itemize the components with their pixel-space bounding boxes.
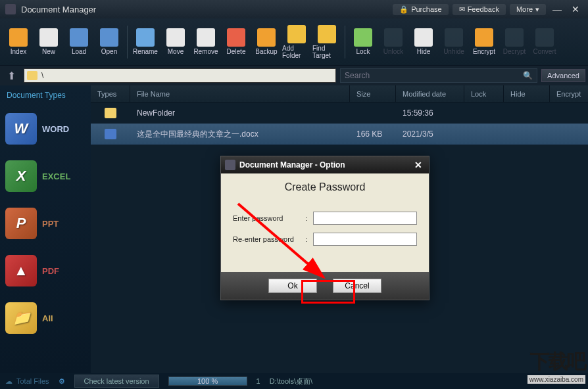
toolbar-find-target[interactable]: Find Target [312, 25, 341, 59]
close-button[interactable]: ✕ [568, 4, 583, 14]
ppt-icon: P [5, 208, 37, 239]
column-headers: Types File Name Size Modified date Lock … [91, 85, 588, 103]
toolbar-new[interactable]: New [34, 28, 63, 55]
col-filename[interactable]: File Name [130, 85, 350, 102]
status-path: D:\tools\桌面\ [270, 377, 312, 386]
toolbar-lock[interactable]: Lock [349, 28, 378, 55]
settings-icon[interactable]: ⚙ [59, 377, 65, 386]
feedback-button[interactable]: ✉Feedback [453, 4, 506, 15]
doc-icon [105, 129, 116, 139]
dialog-heading: Create Password [233, 181, 417, 193]
enter-password-input[interactable] [313, 212, 417, 225]
col-hide[interactable]: Hide [504, 85, 550, 102]
pdf-icon: ▲ [5, 255, 37, 286]
dialog-title: Document Manager - Option [239, 160, 345, 170]
toolbar-index[interactable]: Index [4, 28, 33, 55]
app-icon [5, 4, 16, 14]
all-icon: 📁 [5, 302, 37, 334]
toolbar-unlock: Unlock [379, 28, 408, 55]
sidebar: Document Types WWORDXEXCELPPPT▲PDF📁All [0, 85, 91, 373]
up-folder-button[interactable]: ⬆ [3, 68, 20, 83]
ok-button[interactable]: Ok [268, 279, 317, 293]
toolbar-hide[interactable]: Hide [409, 28, 438, 55]
col-encrypt[interactable]: Encrypt [550, 85, 588, 102]
main-toolbar: IndexNewLoadOpenRenameMoveRemoveDeleteBa… [0, 18, 588, 66]
toolbar-open[interactable]: Open [95, 28, 124, 55]
dialog-icon [225, 160, 235, 170]
toolbar-add-folder[interactable]: Add Folder [282, 25, 311, 59]
excel-icon: X [5, 160, 37, 192]
search-input[interactable]: Search 🔍 [340, 68, 537, 83]
toolbar-encrypt[interactable]: Encrypt [470, 28, 499, 55]
advanced-button[interactable]: Advanced [541, 69, 585, 82]
toolbar-remove[interactable]: Remove [191, 28, 220, 55]
toolbar-decrypt: Decrypt [500, 28, 529, 55]
search-icon: 🔍 [523, 71, 533, 80]
file-row[interactable]: 这是全中国最经典的文章之一.docx166 KB2021/3/5 [91, 124, 588, 145]
word-icon: W [5, 113, 37, 145]
col-types[interactable]: Types [91, 85, 130, 102]
folder-icon [105, 108, 116, 118]
sidebar-title: Document Types [0, 85, 91, 105]
file-count: 1 [257, 377, 260, 385]
more-button[interactable]: More▾ [510, 4, 546, 15]
sidebar-item-all[interactable]: 📁All [0, 294, 91, 342]
toolbar-convert: Convert [530, 28, 559, 55]
col-lock[interactable]: Lock [464, 85, 504, 102]
total-files-label: ☁Total Files [5, 377, 49, 386]
search-placeholder: Search [345, 71, 370, 80]
toolbar-unhide: Unhide [439, 28, 468, 55]
toolbar-rename[interactable]: Rename [131, 28, 160, 55]
path-bar: ⬆ \ Search 🔍 Advanced [0, 66, 588, 85]
folder-icon [27, 71, 37, 80]
sidebar-item-word[interactable]: WWORD [0, 105, 91, 152]
create-password-dialog: Document Manager - Option ✕ Create Passw… [220, 156, 429, 300]
col-modified[interactable]: Modified date [396, 85, 464, 102]
path-input[interactable]: \ [24, 68, 336, 83]
progress-bar: 100 % [168, 377, 247, 386]
reenter-password-label: Re-enter password [233, 235, 305, 243]
title-bar: Document Manager 🔒Purchase ✉Feedback Mor… [0, 0, 588, 18]
file-row[interactable]: NewFolder15:59:36 [91, 103, 588, 124]
dialog-close-button[interactable]: ✕ [412, 160, 425, 170]
sidebar-item-ppt[interactable]: PPPT [0, 200, 91, 247]
toolbar-move[interactable]: Move [161, 28, 190, 55]
status-bar: ☁Total Files ⚙ Check latest version 100 … [0, 373, 588, 389]
check-version-button[interactable]: Check latest version [74, 375, 159, 388]
cancel-button[interactable]: Cancel [333, 279, 381, 293]
toolbar-delete[interactable]: Delete [222, 28, 251, 55]
minimize-button[interactable]: — [550, 4, 564, 14]
toolbar-backup[interactable]: Backup [252, 28, 281, 55]
toolbar-load[interactable]: Load [64, 28, 93, 55]
enter-password-label: Enter password [233, 214, 305, 222]
sidebar-item-pdf[interactable]: ▲PDF [0, 247, 91, 294]
reenter-password-input[interactable] [313, 233, 417, 246]
app-title: Document Manager [21, 5, 389, 14]
dialog-title-bar[interactable]: Document Manager - Option ✕ [221, 156, 429, 173]
col-size[interactable]: Size [350, 85, 396, 102]
purchase-button[interactable]: 🔒Purchase [393, 4, 448, 15]
path-text: \ [41, 71, 43, 80]
sidebar-item-excel[interactable]: XEXCEL [0, 152, 91, 200]
